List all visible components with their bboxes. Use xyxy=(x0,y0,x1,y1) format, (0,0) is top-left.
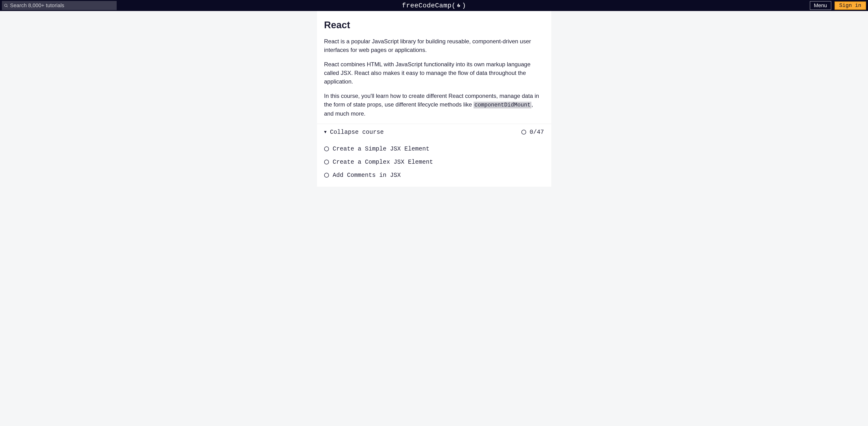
caret-down-icon: ▼ xyxy=(324,130,327,135)
description-paragraph: React is a popular JavaScript library fo… xyxy=(324,37,544,54)
lesson-item[interactable]: Create a Simple JSX Element xyxy=(324,142,544,155)
lesson-item[interactable]: Create a Complex JSX Element xyxy=(324,155,544,169)
search-box[interactable] xyxy=(2,1,117,10)
lesson-title: Add Comments in JSX xyxy=(333,172,401,179)
course-section: ▼ Collapse course 0/47 Create a Simple J… xyxy=(317,124,551,187)
lesson-list: Create a Simple JSX Element Create a Com… xyxy=(324,142,544,182)
content-section: React React is a popular JavaScript libr… xyxy=(317,11,551,124)
lesson-status-icon xyxy=(324,173,329,177)
search-input[interactable] xyxy=(8,2,115,9)
logo-paren: () xyxy=(452,2,466,9)
lesson-title: Create a Complex JSX Element xyxy=(333,159,433,166)
logo-text: freeCodeCamp xyxy=(402,2,452,9)
fire-icon xyxy=(456,3,461,8)
collapse-label-wrap: ▼ Collapse course xyxy=(324,129,384,136)
nav-left xyxy=(2,1,117,10)
lesson-title: Create a Simple JSX Element xyxy=(333,145,430,152)
progress-text: 0/47 xyxy=(529,129,544,136)
main-container: React React is a popular JavaScript libr… xyxy=(317,11,551,187)
lesson-status-icon xyxy=(324,160,329,164)
course-progress: 0/47 xyxy=(521,129,544,136)
description-paragraph: In this course, you'll learn how to crea… xyxy=(324,92,544,118)
description: React is a popular JavaScript library fo… xyxy=(324,37,544,118)
nav-right: Menu Sign in xyxy=(810,1,866,10)
menu-button[interactable]: Menu xyxy=(810,1,831,10)
lesson-item[interactable]: Add Comments in JSX xyxy=(324,169,544,182)
progress-circle-icon xyxy=(521,130,526,135)
lesson-status-icon xyxy=(324,146,329,151)
signin-button[interactable]: Sign in xyxy=(835,1,866,10)
logo[interactable]: freeCodeCamp() xyxy=(402,2,466,9)
svg-point-0 xyxy=(4,4,7,7)
inline-code: componentDidMount xyxy=(473,102,532,108)
collapse-toggle[interactable]: ▼ Collapse course 0/47 xyxy=(324,129,544,136)
description-paragraph: React combines HTML with JavaScript func… xyxy=(324,60,544,86)
collapse-label: Collapse course xyxy=(330,129,384,136)
page-title: React xyxy=(324,20,544,30)
search-icon xyxy=(4,3,8,8)
svg-line-1 xyxy=(7,6,7,7)
top-navbar: freeCodeCamp() Menu Sign in xyxy=(0,0,868,11)
